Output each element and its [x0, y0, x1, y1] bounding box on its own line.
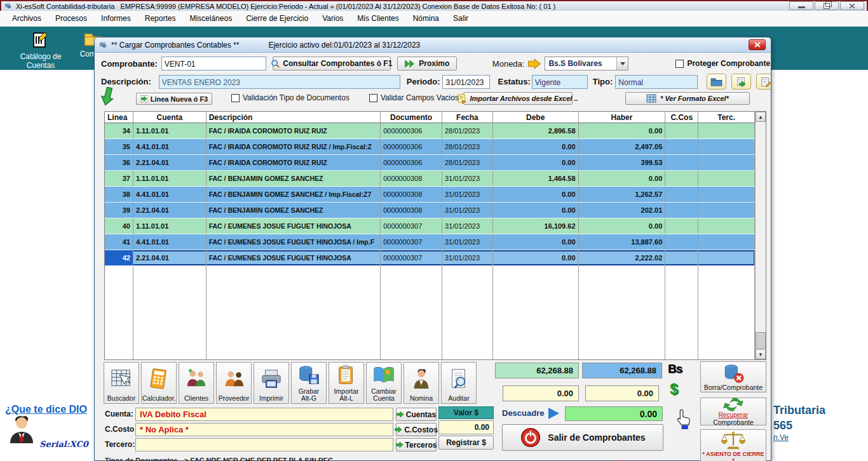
tercero-input[interactable] [135, 438, 393, 451]
grid-row-38[interactable]: 384.41.01.01FAC / BENJAMIN GOMEZ SANCHEZ… [105, 187, 755, 203]
window-title: Xi-esSoft Contabilidad-tributaria EMPRES… [16, 3, 555, 10]
dialog-body: Comprobante: VENT-01 Consultar Comproban… [95, 53, 771, 461]
recuperar-comprobante-button[interactable]: Recuperar Comprobante [700, 398, 766, 425]
grid-row-39[interactable]: 392.21.04.01FAC / BENJAMIN GOMEZ SANCHEZ… [105, 203, 755, 218]
buscador-button[interactable]: Buscador [104, 362, 139, 404]
menu-item-nómina[interactable]: Nómina [406, 14, 446, 23]
imprimir-button[interactable]: Imprimir [254, 362, 289, 404]
comprobantes-dialog: ** Cargar Comprobantes Contables ** Ejer… [94, 37, 771, 461]
grid-row-40[interactable]: 401.11.01.01FAC / EUMENES JOSUE FUGUET H… [105, 218, 755, 234]
cell-linea: 35 [105, 139, 133, 154]
ccostos-button[interactable]: C.Costos [396, 423, 437, 436]
valor-input[interactable]: 0.00 [438, 420, 494, 434]
estatus-input[interactable]: Vigente [532, 75, 588, 89]
cell-terc [698, 187, 755, 202]
cell-ccos [665, 218, 698, 234]
ccosto-input[interactable]: * No Aplica * [135, 423, 393, 436]
column-header-terc[interactable]: Terc. [698, 112, 755, 123]
new-line-icon [140, 95, 148, 102]
menu-item-archivos[interactable]: Archivos [5, 14, 48, 23]
terceros-button[interactable]: Terceros [396, 438, 437, 451]
column-header-cuenta[interactable]: Cuenta [133, 112, 207, 123]
bolivares-icon: Bs [668, 362, 682, 376]
menu-item-procesos[interactable]: Procesos [48, 14, 94, 23]
cuentas-button[interactable]: Cuentas [396, 408, 437, 421]
dialog-close-button[interactable] [749, 39, 766, 50]
nomina-button[interactable]: Nomina [403, 362, 439, 404]
grid-row-42[interactable]: 422.21.04.01FAC / EUMENES JOSUE FUGUET H… [105, 250, 755, 266]
minimize-button[interactable] [789, 1, 813, 10]
cell-ccos [665, 171, 698, 186]
cell-descripcion: FAC / EUMENES JOSUE FUGUET HINOJOSA [207, 218, 381, 234]
calculadora-button[interactable]: Calculador. [141, 362, 177, 404]
column-header-documento[interactable]: Documento [381, 112, 442, 123]
clientes-button[interactable]: Clientes [179, 362, 214, 404]
menu-item-cierre-de-ejercicio[interactable]: Cierre de Ejercicio [239, 14, 315, 23]
proveedor-button[interactable]: Proveedor [216, 362, 252, 404]
toolbar-item-catalogo-cuentas[interactable]: Catálogo de Cuentas [5, 30, 76, 70]
linea-nueva-button[interactable]: Linea Nueva ó F3 [136, 93, 212, 105]
asiento-cierre-button[interactable]: * ASIENTO DE CIERRE * [700, 429, 766, 461]
validacion-tipo-checkbox[interactable] [231, 94, 240, 102]
cell-terc [698, 218, 755, 234]
grid-scrollbar[interactable]: ▲ ▼ [755, 112, 766, 359]
scroll-down-button[interactable]: ▼ [756, 349, 766, 359]
restore-button[interactable] [815, 1, 839, 10]
grid-row-37[interactable]: 371.11.01.01FAC / BENJAMIN GOMEZ SANCHEZ… [105, 171, 755, 187]
column-header-debe[interactable]: Debe [493, 112, 579, 123]
menu-item-mis-clientes[interactable]: Mis Clientes [350, 14, 405, 23]
menu-item-misceláneos[interactable]: Misceláneos [182, 14, 239, 23]
registrar-button[interactable]: Registrar $ [438, 436, 494, 450]
column-header-linea[interactable]: Linea [105, 112, 133, 123]
column-header-haber[interactable]: Haber [579, 112, 666, 123]
close-button[interactable] [840, 1, 864, 10]
ver-formato-excel-button[interactable]: * Ver Formato Excel* [625, 92, 750, 105]
proteger-checkbox[interactable] [675, 60, 684, 68]
right-link-fragment[interactable]: n.Ve [773, 433, 789, 442]
descripcion-input[interactable]: VENTAS ENERO 2023 [159, 75, 400, 89]
grid-row-41[interactable]: 414.41.01.01FAC / EUMENES JOSUE FUGUET H… [105, 234, 755, 250]
open-folder-button[interactable] [707, 74, 726, 90]
cell-haber: 0.00 [579, 218, 666, 234]
proximo-button[interactable]: Proximo [397, 57, 457, 70]
importar-excel-button[interactable]: Importar Archivos desde Excel .. [463, 92, 573, 105]
menu-item-informes[interactable]: Informes [94, 14, 138, 23]
edit-document-button[interactable] [756, 74, 771, 90]
grabar-button[interactable]: Grabar Alt-G [291, 362, 327, 404]
consultar-comprobantes-button[interactable]: Consultar Comprobantes ó F1 [273, 57, 391, 70]
moneda-select[interactable]: Bs.S Bolivares [545, 57, 628, 70]
menu-item-reportes[interactable]: Reportes [138, 14, 183, 23]
grid-row-35[interactable]: 354.41.01.01FAC / IRAIDA COROMOTO RUIZ R… [105, 139, 755, 155]
grid-row-36[interactable]: 362.21.04.01FAC / IRAIDA COROMOTO RUIZ R… [105, 155, 755, 171]
dropdown-button[interactable] [616, 57, 628, 70]
validar-campos-checkbox[interactable] [369, 94, 377, 102]
periodo-label: Periodo: [407, 77, 440, 86]
column-header-descripcion[interactable]: Descripción [207, 112, 381, 123]
periodo-input[interactable]: 31/01/2023 [442, 75, 490, 89]
salir-label: Salir de Comprobantes [548, 432, 645, 443]
cell-ccos [665, 203, 698, 218]
tipo-input[interactable]: Normal [615, 75, 698, 89]
cell-documento: 0000000307 [381, 250, 442, 265]
cell-haber: 2,222.02 [579, 250, 666, 265]
importar-button[interactable]: Importar Alt-L [329, 362, 364, 404]
column-header-fecha[interactable]: Fecha [442, 112, 493, 123]
cell-cuenta: 1.11.01.01 [133, 123, 207, 138]
tipos-documentos-text: Tipos de Documentos --> FAC NDE NCR CHE … [105, 457, 333, 461]
scroll-thumb[interactable] [756, 332, 766, 349]
grid-row-34[interactable]: 341.11.01.01FAC / IRAIDA COROMOTO RUIZ R… [105, 123, 755, 139]
cuenta-input[interactable]: IVA Debito Fiscal [135, 408, 393, 421]
auditar-button[interactable]: Auditar [441, 362, 477, 404]
export-document-button[interactable] [731, 74, 751, 90]
comprobante-grid: LineaCuentaDescripciónDocumentoFechaDebe… [104, 111, 766, 360]
comprobante-input[interactable]: VENT-01 [161, 57, 266, 70]
menu-item-varios[interactable]: Varios [315, 14, 350, 23]
menu-item-salir[interactable]: Salir [446, 14, 475, 23]
salir-comprobantes-button[interactable]: Salir de Comprobantes [502, 424, 663, 451]
cambiar-cuenta-icon [372, 363, 396, 388]
borrar-comprobante-button[interactable]: Borra/Comprobante [700, 361, 766, 392]
scroll-up-button[interactable]: ▲ [756, 112, 766, 122]
cambiar-cuenta-button[interactable]: Cambiar Cuenta [366, 362, 402, 404]
column-header-ccos[interactable]: C.Cos [665, 112, 698, 123]
cell-linea: 42 [105, 250, 133, 265]
